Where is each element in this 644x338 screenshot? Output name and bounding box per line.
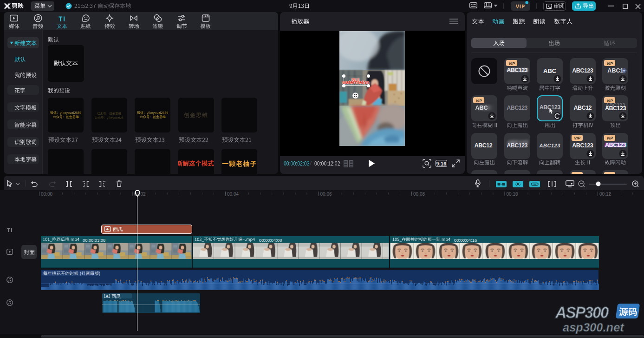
svg-text:VIP: VIP — [574, 136, 580, 139]
svg-text:VIP: VIP — [475, 99, 482, 102]
svg-text:A: A — [106, 227, 109, 231]
svg-text:A: A — [106, 294, 108, 298]
svg-text:VIP: VIP — [508, 61, 515, 65]
svg-text:VIP: VIP — [607, 61, 613, 65]
svg-text:VIP: VIP — [607, 99, 613, 102]
svg-text:VIP: VIP — [607, 136, 613, 139]
